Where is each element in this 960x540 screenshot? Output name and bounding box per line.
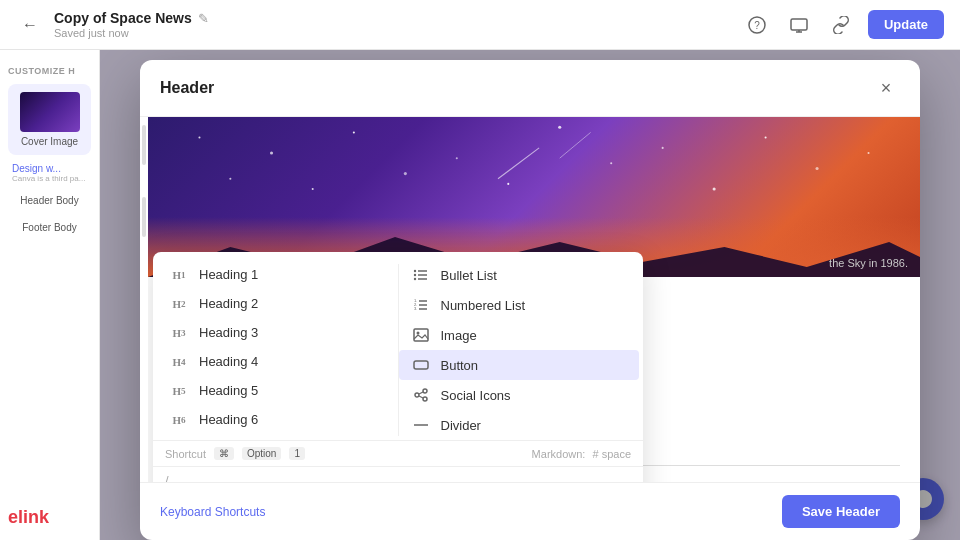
blink-logo: elink [8,507,49,528]
project-info: Copy of Space News ✎ Saved just now [54,10,209,39]
svg-point-16 [507,183,509,185]
hero-caption: the Sky in 1986. [829,257,908,269]
project-title: Copy of Space News [54,10,192,26]
button-option[interactable]: Button [399,350,640,380]
design-with-canva[interactable]: Design w... Canva is a third pa... [8,159,91,187]
top-bar: ← Copy of Space News ✎ Saved just now ? [0,0,960,50]
modal-content: the Sky in 1986. H1 Heading 1 [148,117,920,482]
heading-3-option[interactable]: H3 Heading 3 [157,318,398,347]
monitor-button[interactable] [784,10,814,40]
svg-point-40 [423,397,427,401]
bullet-list-option[interactable]: Bullet List [399,260,640,290]
svg-point-6 [270,151,273,154]
svg-rect-37 [414,361,428,369]
cover-image-label: Cover Image [21,136,78,147]
numbered-list-option[interactable]: 1.2.3. Numbered List [399,290,640,320]
svg-point-26 [413,270,415,272]
heading-1-option[interactable]: H1 Heading 1 [157,260,398,289]
block-picker-columns: H1 Heading 1 H2 Heading 2 H3 Heading 3 [153,260,643,440]
cover-image-thumb [20,92,80,132]
markdown-val: # space [592,448,631,460]
svg-point-38 [423,389,427,393]
svg-point-5 [198,137,200,139]
help-button[interactable]: ? [742,10,772,40]
shortcut-bar: Shortcut ⌘ Option 1 Markdown: # space [153,440,643,466]
svg-point-36 [416,332,419,335]
shortcut-option: Option [242,447,281,460]
markdown-label: Markdown: # space [532,448,631,460]
save-header-button[interactable]: Save Header [782,495,900,528]
svg-point-10 [662,147,664,149]
svg-rect-2 [791,19,807,30]
svg-point-28 [413,278,415,280]
svg-line-21 [560,132,591,158]
top-bar-right: ? Update [742,10,944,40]
svg-line-42 [419,396,423,398]
sidebar: CUSTOMIZE H Cover Image Design w... Canv… [0,50,100,540]
svg-line-20 [498,148,539,179]
edit-icon[interactable]: ✎ [198,11,209,26]
divider-option[interactable]: Divider [399,410,640,440]
filter-slash: / [165,473,169,482]
image-option[interactable]: Image [399,320,640,350]
filter-input-row: / [153,466,643,482]
modal-close-button[interactable]: × [872,74,900,102]
svg-point-17 [610,162,612,164]
svg-point-27 [413,274,415,276]
heading-6-option[interactable]: H6 Heading 6 [157,405,398,434]
modal-drag-sidebar [140,117,148,482]
svg-point-13 [229,178,231,180]
logo-text: link [18,507,49,527]
main-area: Header × [100,50,960,540]
heading-4-option[interactable]: H4 Heading 4 [157,347,398,376]
update-button[interactable]: Update [868,10,944,39]
keyboard-shortcuts-link[interactable]: Keyboard Shortcuts [160,505,265,519]
modal-header: Header × [140,60,920,117]
svg-text:?: ? [754,20,760,31]
sidebar-item-cover-image[interactable]: Cover Image [8,84,91,155]
svg-text:3.: 3. [414,306,417,311]
block-picker-dropdown: H1 Heading 1 H2 Heading 2 H3 Heading 3 [153,252,643,482]
sidebar-customize-section: CUSTOMIZE H Cover Image Design w... Canv… [8,66,91,241]
social-icons-option[interactable]: Social Icons [399,380,640,410]
saved-status: Saved just now [54,27,209,39]
svg-rect-35 [414,329,428,341]
shortcut-label: Shortcut [165,448,206,460]
link-button[interactable] [826,10,856,40]
sidebar-item-footer-body[interactable]: Footer Body [8,214,91,241]
svg-line-41 [419,392,423,394]
headings-column: H1 Heading 1 H2 Heading 2 H3 Heading 3 [157,260,398,440]
svg-point-14 [312,188,314,190]
modal-overlay: Header × [100,50,960,540]
heading-5-option[interactable]: H5 Heading 5 [157,376,398,405]
shortcut-num: 1 [289,447,305,460]
blocks-column: Bullet List 1.2.3. Numbered List [399,260,640,440]
top-bar-left: ← Copy of Space News ✎ Saved just now [16,10,209,39]
header-modal: Header × [140,60,920,540]
svg-point-9 [558,126,561,129]
sidebar-section-title: CUSTOMIZE H [8,66,91,76]
sidebar-item-header-body[interactable]: Header Body [8,187,91,214]
svg-point-15 [404,172,407,175]
modal-footer: Keyboard Shortcuts Save Header [140,482,920,540]
svg-point-19 [868,152,870,154]
svg-point-8 [456,157,458,159]
svg-point-18 [713,188,716,191]
drag-handle[interactable] [142,125,146,165]
drag-handle-2[interactable] [142,197,146,237]
back-button[interactable]: ← [16,11,44,39]
svg-point-39 [415,393,419,397]
svg-point-7 [353,131,355,133]
modal-body: the Sky in 1986. H1 Heading 1 [140,117,920,482]
svg-point-11 [765,137,767,139]
modal-title: Header [160,79,214,97]
svg-point-12 [816,167,819,170]
shortcut-cmd: ⌘ [214,447,234,460]
heading-2-option[interactable]: H2 Heading 2 [157,289,398,318]
logo-icon: e [8,507,18,527]
